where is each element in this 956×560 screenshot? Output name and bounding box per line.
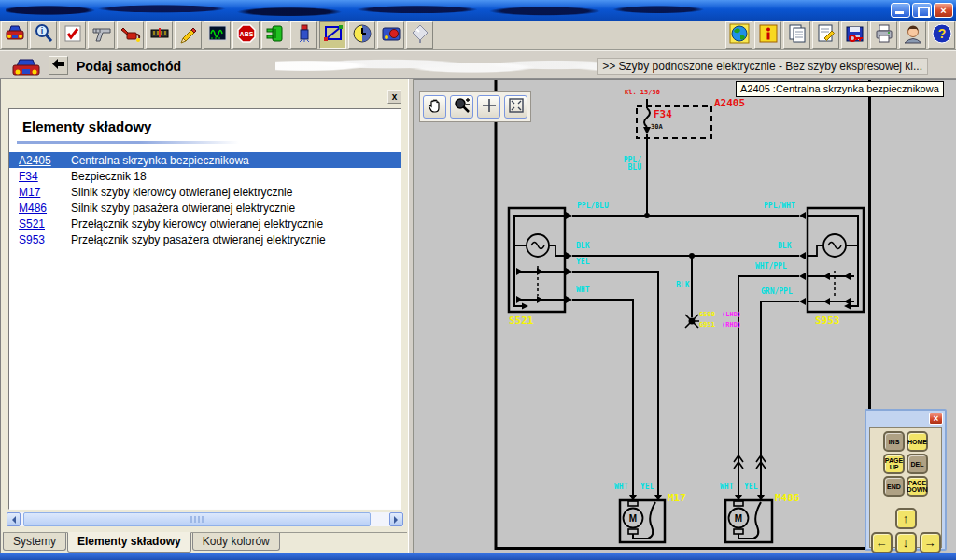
restore-button[interactable] — [912, 3, 932, 18]
pencil-icon — [177, 22, 200, 48]
zoom-magnifier-icon — [453, 96, 471, 118]
back-button[interactable] — [49, 56, 68, 75]
component-row-m17[interactable]: M17Silnik szyby kierowcy otwieranej elek… — [9, 184, 401, 200]
feed-wire-label: PPL/BLU — [612, 157, 641, 172]
airbag-button[interactable] — [377, 21, 404, 49]
minimize-button[interactable] — [891, 3, 910, 18]
plus-icon — [480, 96, 499, 118]
documents-button[interactable] — [783, 21, 810, 49]
help-button[interactable]: ? — [928, 21, 955, 49]
key-home[interactable]: HOME — [907, 431, 928, 452]
scroll-right-button[interactable] — [389, 512, 403, 526]
component-tooltip: A2405 :Centralna skrzynka bezpiecznikowa — [736, 81, 944, 97]
timing-button[interactable] — [146, 21, 173, 49]
component-row-s521[interactable]: S521Przełącznik szyby kierowcy otwierane… — [9, 216, 401, 231]
component-row-m486[interactable]: M486Silnik szyby pasażera otwieranej ele… — [9, 200, 401, 216]
fuse-circuit[interactable] — [637, 99, 711, 216]
wire-label-grn-ppl: GRN/PPL — [761, 288, 793, 296]
breadcrumb-bar: Podaj samochód >> Szyby podnoszone elekt… — [0, 50, 956, 79]
components-panel: x Elementy składowy A2405Centralna skrzy… — [0, 79, 408, 553]
wiring-diagrams-button[interactable] — [319, 21, 346, 49]
pan-button[interactable] — [423, 95, 446, 119]
key-ins[interactable]: INS — [883, 431, 905, 452]
terminal-label: Kl. 15/50 — [625, 90, 660, 96]
component-row-a2405[interactable]: A2405Centralna skrzynka bezpiecznikowa — [9, 152, 401, 168]
switch-s953[interactable] — [799, 208, 864, 312]
key-arrow-up[interactable]: ↑ — [895, 508, 917, 529]
spray-button[interactable] — [406, 21, 433, 49]
key-end[interactable]: END — [883, 476, 905, 497]
globe-icon — [728, 22, 751, 48]
key-page-up[interactable]: PAGE UP — [883, 454, 905, 474]
motor-m17[interactable]: M — [620, 495, 665, 542]
car-icon-small — [9, 54, 43, 82]
s521-id-label: S521 — [509, 315, 534, 326]
key-arrow-right[interactable]: → — [920, 532, 941, 553]
scroll-left-button[interactable] — [7, 512, 21, 526]
page-border — [496, 80, 870, 549]
component-row-f34[interactable]: F34Bezpiecznik 18 — [9, 168, 401, 184]
keypad-body: INS HOME PAGE UP DEL END PAGE DOWN ↑ ← ↓… — [869, 427, 942, 548]
component-code-link[interactable]: M486 — [19, 202, 71, 215]
window-bottom-edge — [0, 553, 956, 560]
diagnostics-button[interactable] — [204, 21, 231, 49]
component-code-link[interactable]: S521 — [19, 217, 71, 231]
floppy-key-icon — [844, 22, 866, 48]
wires — [572, 213, 799, 495]
adjustments-button[interactable] — [175, 21, 202, 49]
close-button[interactable]: × — [934, 3, 953, 18]
scrollbar-thumb[interactable] — [23, 512, 371, 526]
fit-view-button[interactable] — [504, 95, 527, 119]
components-panel-content: Elementy składowy A2405Centralna skrzynk… — [8, 108, 401, 510]
switch-s521[interactable] — [509, 208, 572, 312]
ground-id-lhd: G590 — [699, 312, 715, 318]
info-icon — [757, 22, 780, 48]
lubricants-button[interactable] — [117, 21, 144, 49]
window-controls: × — [891, 3, 953, 18]
keypad-arrows: ↑ ← ↓ → — [872, 508, 939, 553]
identification-button[interactable]: i — [30, 21, 57, 49]
print-button[interactable] — [870, 21, 897, 49]
technical-data-button[interactable] — [88, 21, 115, 49]
notes-button[interactable] — [812, 21, 839, 49]
component-code-link[interactable]: A2405 — [19, 154, 71, 167]
wire-label-blk-left: BLK — [576, 243, 589, 250]
component-desc: Bezpiecznik 18 — [71, 170, 147, 183]
internet-button[interactable] — [725, 21, 752, 49]
component-code-link[interactable]: M17 — [19, 186, 71, 199]
key-arrow-left[interactable]: ← — [871, 532, 893, 553]
spray-gun-icon — [409, 22, 431, 48]
tab-systemy[interactable]: Systemy — [3, 533, 66, 551]
crosshair-button[interactable] — [477, 95, 500, 119]
svg-text:M: M — [735, 513, 742, 524]
component-desc: Przełącznik szyby kierowcy otwieranej el… — [71, 217, 323, 231]
save-button[interactable] — [841, 21, 868, 49]
key-del[interactable]: DEL — [907, 454, 928, 474]
info-button[interactable] — [754, 21, 781, 49]
user-button[interactable] — [899, 21, 926, 49]
abs-button[interactable]: ABS — [232, 21, 260, 49]
main-toolbar: i ABS ? — [0, 21, 956, 50]
zoom-button[interactable] — [450, 95, 473, 119]
fuel-injection-button[interactable] — [290, 21, 317, 49]
service-intervals-button[interactable] — [348, 21, 375, 49]
keypad-close-button[interactable]: × — [929, 413, 943, 425]
tab-kody-kolorow[interactable]: Kody kolorów — [192, 533, 280, 551]
component-code-link[interactable]: F34 — [19, 170, 71, 183]
airbag-icon — [380, 22, 402, 48]
redacted-window-title — [6, 3, 715, 18]
scrollbar-track[interactable] — [21, 512, 388, 526]
wire-label-ppl-wht: PPL/WHT — [764, 203, 795, 210]
wire-label-blk-right: BLK — [778, 243, 791, 250]
component-code-link[interactable]: S953 — [19, 233, 71, 246]
tab-elementy-skladowy[interactable]: Elementy składowy — [67, 532, 191, 553]
key-page-down[interactable]: PAGE DOWN — [907, 476, 928, 497]
connectors-button[interactable] — [261, 21, 288, 49]
key-arrow-down[interactable]: ↓ — [895, 532, 917, 553]
checklist-button[interactable] — [59, 21, 86, 49]
vehicle-data-button[interactable] — [1, 21, 28, 49]
motor-m486[interactable]: M — [725, 495, 772, 542]
component-row-s953[interactable]: S953Przełącznik szyby pasażera otwierane… — [9, 231, 401, 247]
panel-close-button[interactable]: x — [387, 90, 401, 104]
onscreen-keypad[interactable]: × INS HOME PAGE UP DEL END PAGE DOWN ↑ ←… — [865, 409, 947, 551]
